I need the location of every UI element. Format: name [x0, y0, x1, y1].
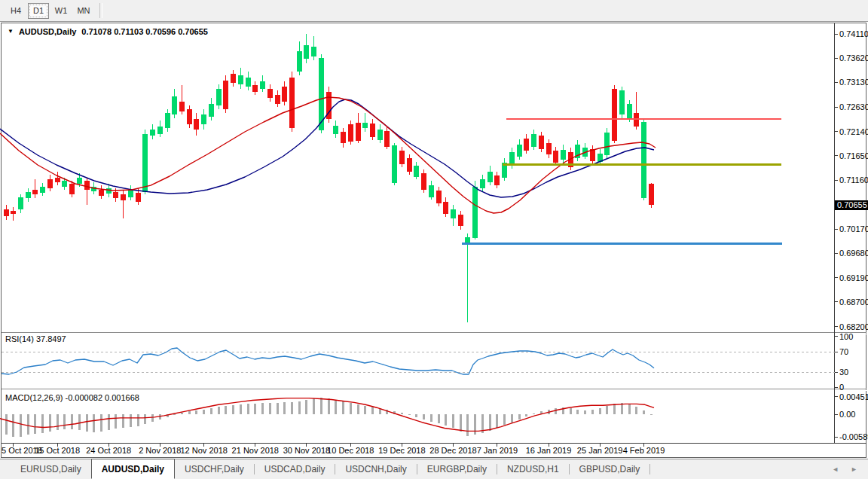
svg-text:0: 0 [839, 383, 844, 392]
tab-eurgbp-daily[interactable]: EURGBP,Daily [417, 459, 497, 479]
svg-text:0.72140: 0.72140 [839, 127, 868, 136]
svg-text:0.72630: 0.72630 [839, 102, 868, 111]
current-price-badge: 0.70655 [835, 200, 868, 210]
tab-eurusd-daily[interactable]: EURUSD,Daily [11, 459, 91, 479]
tab-usdchf-daily[interactable]: USDCHF,Daily [175, 459, 254, 479]
svg-text:0.73130: 0.73130 [839, 78, 868, 87]
tab-scroll-left-icon[interactable]: ◄ [832, 465, 839, 473]
svg-text:0.73620: 0.73620 [839, 53, 868, 63]
tab-gbpusd-daily[interactable]: GBPUSD,Daily [570, 459, 650, 479]
svg-text:24 Oct 2018: 24 Oct 2018 [86, 446, 131, 455]
svg-text:15 Oct 2018: 15 Oct 2018 [35, 446, 80, 455]
svg-text:0.68700: 0.68700 [839, 297, 868, 307]
tab-nzdusd-h1[interactable]: NZDUSD,H1 [497, 459, 569, 479]
macd-indicator-label: MACD(12,26,9) -0.000082 0.001668 [5, 393, 139, 402]
svg-text:19 Dec 2018: 19 Dec 2018 [378, 446, 425, 455]
svg-text:4 Feb 2019: 4 Feb 2019 [623, 446, 665, 455]
tab-separator [649, 464, 650, 474]
macd-histogram-layer [5, 398, 653, 437]
macd-axis: 0.0045170.00-0.005899 [835, 392, 868, 441]
svg-text:0.69680: 0.69680 [839, 249, 868, 258]
rsi-indicator-label: RSI(14) 37.8497 [5, 334, 66, 343]
svg-text:30 Nov 2018: 30 Nov 2018 [283, 446, 330, 455]
chart-frame [2, 23, 867, 458]
chart-ohlc-values: 0.71078 0.71103 0.70596 0.70655 [81, 27, 208, 36]
svg-text:30: 30 [839, 368, 848, 377]
svg-text:2 Nov 2018: 2 Nov 2018 [139, 446, 181, 455]
rsi-axis: 10070300 [2, 332, 853, 392]
svg-text:0.00: 0.00 [839, 410, 855, 419]
price-axis: 0.741100.736200.731300.726300.721400.716… [835, 29, 868, 331]
svg-text:0.004517: 0.004517 [839, 392, 868, 401]
svg-text:0.74110: 0.74110 [839, 29, 868, 38]
collapse-icon[interactable]: ▼ [8, 29, 14, 35]
svg-text:0.70170: 0.70170 [839, 224, 868, 233]
tab-audusd-daily[interactable]: AUDUSD,Daily [91, 459, 175, 479]
svg-text:10 Dec 2018: 10 Dec 2018 [327, 446, 374, 455]
svg-text:0.68200: 0.68200 [839, 322, 868, 331]
svg-text:12 Nov 2018: 12 Nov 2018 [181, 446, 228, 455]
chart-header: ▼ AUDUSD,Daily 0.71078 0.71103 0.70596 0… [8, 27, 208, 36]
hline-objects [462, 119, 782, 243]
svg-text:0.71160: 0.71160 [839, 175, 868, 185]
svg-text:16 Jan 2019: 16 Jan 2019 [526, 446, 572, 455]
tab-usdcad-daily[interactable]: USDCAD,Daily [255, 459, 335, 479]
chart-symbol-label: AUDUSD,Daily [19, 27, 76, 36]
macd-signal-line [0, 398, 654, 432]
chart-canvas[interactable]: 0.741100.736200.731300.726300.721400.716… [0, 0, 868, 459]
svg-text:0.69190: 0.69190 [839, 273, 868, 282]
tab-usdcnh-daily[interactable]: USDCNH,Daily [335, 459, 416, 479]
tab-scroll-arrows: ◄ ► [832, 459, 868, 479]
svg-text:21 Nov 2018: 21 Nov 2018 [232, 446, 279, 455]
mt4-window: { "toolbar": { "timeframes": [ {"label":… [0, 0, 868, 479]
svg-text:-0.005899: -0.005899 [839, 432, 868, 441]
svg-text:28 Dec 2018: 28 Dec 2018 [429, 446, 476, 455]
svg-text:0.70655: 0.70655 [837, 200, 867, 209]
tab-scroll-right-icon[interactable]: ► [851, 465, 857, 473]
svg-text:25 Jan 2019: 25 Jan 2019 [577, 446, 623, 455]
symbol-tab-bar: EURUSD,Daily AUDUSD,Daily USDCHF,Daily U… [0, 459, 868, 479]
date-axis: 5 Oct 201815 Oct 201824 Oct 20182 Nov 20… [2, 443, 665, 455]
svg-text:100: 100 [839, 332, 853, 341]
svg-text:7 Jan 2019: 7 Jan 2019 [477, 446, 518, 455]
svg-text:0.71650: 0.71650 [839, 151, 868, 160]
svg-text:70: 70 [839, 347, 848, 356]
